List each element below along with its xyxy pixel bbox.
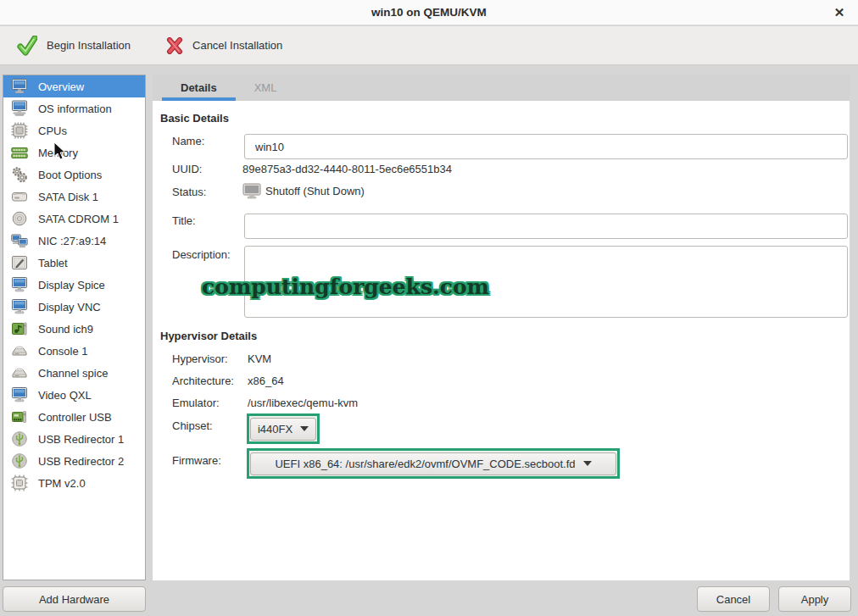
title-input[interactable]: [244, 214, 848, 239]
sidebar-item-label: USB Redirector 2: [38, 455, 124, 468]
sidebar-item-tpm-v2-0[interactable]: TPM v2.0: [3, 472, 145, 494]
hypervisor-value: KVM: [248, 352, 271, 365]
disk-icon: [11, 188, 28, 205]
sidebar-item-label: CPUs: [38, 125, 67, 137]
status-value-row: Shutoff (Shut Down): [242, 183, 365, 199]
sidebar-item-display-spice[interactable]: Display Spice: [3, 274, 145, 296]
sidebar-item-controller-usb[interactable]: Controller USB: [3, 406, 145, 428]
apply-button[interactable]: Apply: [778, 586, 851, 612]
monitor-icon: [11, 78, 28, 95]
uuid-label: UUID:: [172, 163, 202, 175]
chipset-value: i440FX: [258, 423, 292, 436]
memory-icon: [11, 144, 28, 161]
cancel-installation-button[interactable]: Cancel Installation: [158, 32, 291, 59]
sidebar-item-sata-cdrom-1[interactable]: SATA CDROM 1: [3, 208, 145, 230]
sidebar-item-label: Tablet: [38, 257, 68, 269]
sidebar-item-nic-27-a9-14[interactable]: NIC :27:a9:14: [3, 230, 145, 252]
display-icon: [11, 298, 28, 315]
sidebar-item-label: Display VNC: [38, 301, 101, 314]
red-x-icon: [166, 37, 183, 54]
hypervisor-label: Hypervisor:: [172, 352, 228, 365]
sidebar-item-label: Sound ich9: [38, 323, 93, 336]
name-label: Name:: [172, 135, 204, 147]
cpu-chip-icon: [11, 122, 28, 139]
usb-icon: [11, 430, 28, 447]
sidebar-item-os-information[interactable]: OS information: [3, 97, 145, 119]
sidebar-item-sata-disk-1[interactable]: SATA Disk 1: [3, 186, 145, 208]
uuid-value: 89e875a3-dd32-4440-8011-5ec6e6551b34: [242, 163, 452, 175]
controller-card-icon: [11, 408, 28, 425]
title-label: Title:: [172, 214, 196, 227]
sidebar-item-usb-redirector-1[interactable]: USB Redirector 1: [3, 428, 145, 450]
sidebar-item-label: Controller USB: [38, 411, 112, 424]
sidebar-item-tablet[interactable]: Tablet: [3, 252, 145, 274]
window-title: win10 on QEMU/KVM: [371, 6, 487, 19]
tab-xml[interactable]: XML: [236, 75, 296, 101]
sidebar-item-label: Boot Options: [38, 169, 102, 181]
name-input[interactable]: [244, 134, 848, 159]
gears-icon: [11, 166, 28, 183]
console-icon: [11, 342, 28, 359]
chipset-dropdown[interactable]: i440FX: [250, 418, 316, 441]
sound-icon: [11, 320, 28, 337]
tablet-icon: [11, 254, 28, 271]
firmware-label: Firmware:: [172, 454, 221, 467]
sidebar-item-label: Channel spice: [38, 367, 108, 380]
firmware-dropdown[interactable]: UEFI x86_64: /usr/share/edk2/ovmf/OVMF_C…: [250, 452, 616, 475]
close-icon[interactable]: ✕: [831, 4, 848, 21]
cancel-installation-label: Cancel Installation: [192, 39, 282, 52]
tab-bar: Details XML: [153, 75, 850, 101]
description-label: Description:: [172, 248, 231, 261]
sidebar-item-boot-options[interactable]: Boot Options: [3, 164, 145, 186]
sidebar-item-console-1[interactable]: Console 1: [3, 340, 145, 362]
sidebar-item-label: Display Spice: [38, 279, 105, 291]
chevron-down-icon: [583, 461, 592, 466]
status-value: Shutoff (Shut Down): [265, 185, 365, 197]
sidebar-item-label: Memory: [38, 147, 78, 159]
network-icon: [11, 232, 28, 249]
sidebar-item-label: NIC :27:a9:14: [38, 235, 106, 247]
toolbar: Begin Installation Cancel Installation: [0, 26, 858, 65]
tpm-chip-icon: [11, 474, 28, 491]
green-check-icon: [17, 36, 37, 56]
sidebar-item-label: SATA Disk 1: [38, 191, 98, 203]
details-panel: Basic Details Name: UUID: 89e875a3-dd32-…: [153, 101, 850, 580]
tab-details[interactable]: Details: [162, 75, 236, 101]
usb-icon: [11, 452, 28, 469]
sidebar-item-video-qxl[interactable]: Video QXL: [3, 384, 145, 406]
sidebar-item-sound-ich9[interactable]: Sound ich9: [3, 318, 145, 340]
add-hardware-button[interactable]: Add Hardware: [3, 586, 146, 612]
description-input[interactable]: [244, 246, 848, 318]
architecture-label: Architecture:: [172, 375, 234, 387]
sidebar-item-usb-redirector-2[interactable]: USB Redirector 2: [3, 450, 145, 472]
window-titlebar: win10 on QEMU/KVM ✕: [0, 0, 858, 25]
status-label: Status:: [172, 186, 206, 198]
sidebar-item-memory[interactable]: Memory: [3, 142, 145, 164]
sidebar-item-label: SATA CDROM 1: [38, 213, 119, 225]
hardware-sidebar: OverviewOS informationCPUsMemoryBoot Opt…: [3, 75, 146, 580]
chipset-highlight-frame: i440FX: [247, 413, 320, 444]
sidebar-item-overview[interactable]: Overview: [3, 75, 145, 97]
firmware-value: UEFI x86_64: /usr/share/edk2/ovmf/OVMF_C…: [275, 458, 575, 470]
begin-installation-label: Begin Installation: [47, 39, 131, 52]
architecture-value: x86_64: [248, 375, 284, 387]
sidebar-item-label: USB Redirector 1: [38, 433, 124, 446]
sidebar-item-label: Overview: [38, 80, 84, 93]
monitor-os-icon: [11, 100, 28, 117]
sidebar-item-label: Video QXL: [38, 389, 92, 402]
cdrom-icon: [11, 210, 28, 227]
firmware-highlight-frame: UEFI x86_64: /usr/share/edk2/ovmf/OVMF_C…: [247, 448, 620, 479]
sidebar-item-display-vnc[interactable]: Display VNC: [3, 296, 145, 318]
sidebar-item-channel-spice[interactable]: Channel spice: [3, 362, 145, 384]
chevron-down-icon: [300, 426, 309, 431]
display-icon: [11, 386, 28, 403]
console-icon: [11, 364, 28, 381]
sidebar-item-label: OS information: [38, 103, 112, 115]
sidebar-item-cpus[interactable]: CPUs: [3, 119, 145, 142]
chipset-label: Chipset:: [172, 419, 213, 432]
cancel-button[interactable]: Cancel: [697, 586, 770, 612]
emulator-value: /usr/libexec/qemu-kvm: [248, 397, 358, 409]
emulator-label: Emulator:: [172, 397, 220, 409]
begin-installation-button[interactable]: Begin Installation: [8, 31, 139, 61]
sidebar-item-label: Console 1: [38, 345, 88, 358]
